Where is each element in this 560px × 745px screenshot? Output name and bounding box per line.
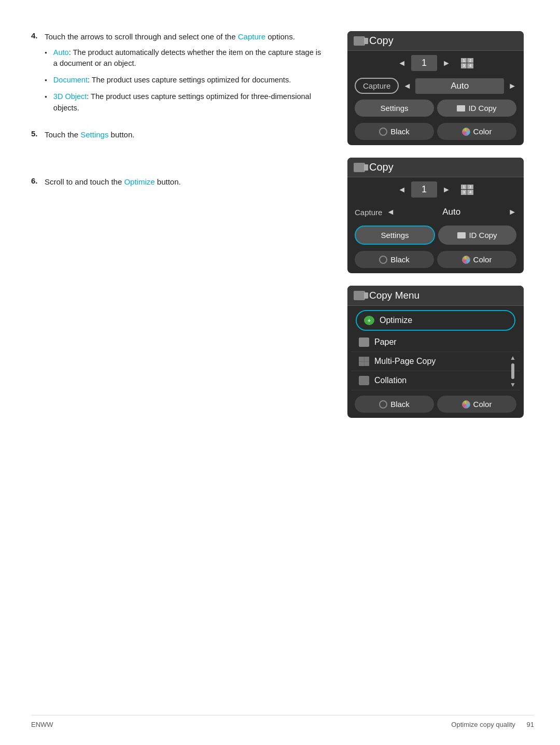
menu-copy-icon (354, 291, 365, 300)
screen2-settings-btn[interactable]: Settings (355, 226, 435, 245)
screen1-id-copy-btn[interactable]: ID Copy (437, 100, 516, 117)
screen2-black-icon (379, 256, 387, 264)
step-5-number: 5. (31, 129, 45, 138)
screen1-capture-row: Capture ◄ Auto ► (347, 75, 524, 96)
step6-highlight: Optimize (124, 177, 155, 186)
screen1-settings-btn[interactable]: Settings (355, 100, 434, 117)
screen1-color-icon (462, 128, 470, 136)
step-5-block: 5. Touch the Settings button. (31, 129, 327, 145)
step-4-number: 4. (31, 31, 45, 40)
screen1-header: Copy (347, 31, 524, 51)
screen2-capture-value: Auto (399, 204, 504, 220)
screen2-color-btn[interactable]: Color (437, 251, 516, 268)
screen1-bottom-row: Black Color (347, 120, 524, 145)
optimize-label: Optimize (380, 316, 412, 325)
screen2-buttons-row: Settings ID Copy (347, 222, 524, 248)
collation-icon (359, 376, 369, 385)
screen2-capture-label: Capture (355, 208, 382, 217)
screen2-grid-icon: 1234 (461, 185, 473, 195)
step4-highlight: Capture (238, 32, 265, 41)
copy-icon-1 (354, 36, 365, 46)
screen1-left-arrow[interactable]: ◄ (398, 59, 406, 68)
paper-label: Paper (374, 338, 397, 347)
menu-item-optimize[interactable]: + Optimize (356, 310, 515, 331)
step-4-bullets: Auto: The product automatically detects … (45, 47, 327, 114)
screen1-black-icon (379, 128, 387, 136)
page-footer: ENWW Optimize copy quality 91 (31, 715, 534, 728)
screen2-color-icon (462, 256, 470, 264)
screen1-capture-value: Auto (415, 78, 504, 94)
screen1-number: 1 (411, 55, 437, 71)
step-6-number: 6. (31, 176, 45, 185)
screen3-title: Copy Menu (369, 290, 419, 301)
document-label: Document (53, 76, 88, 84)
screen1-capture-oval[interactable]: Capture (355, 78, 399, 94)
auto-label: Auto (53, 48, 69, 57)
screen-1: Copy ◄ 1 ► 1234 Capture ◄ Auto ► Se (347, 31, 524, 145)
screen1-color-btn[interactable]: Color (437, 123, 516, 140)
screen2-capture-row: Capture ◄ Auto ► (347, 202, 524, 222)
screen3-black-btn[interactable]: Black (355, 396, 434, 413)
left-column: 4. Touch the arrows to scroll through an… (31, 31, 327, 714)
footer-right: Optimize copy quality 91 (451, 721, 534, 728)
screen2-capture-right[interactable]: ► (508, 207, 516, 217)
screen1-capture-left[interactable]: ◄ (403, 81, 411, 91)
screen2-number-row: ◄ 1 ► 1234 (347, 177, 524, 202)
screen3-color-icon (462, 400, 470, 409)
scroll-up-arrow[interactable]: ▲ (510, 354, 516, 361)
step-4-text: Touch the arrows to scroll through and s… (45, 31, 295, 43)
screen2-id-copy-btn[interactable]: ID Copy (438, 226, 516, 245)
menu-item-paper[interactable]: Paper (352, 333, 520, 352)
menu-item-multipage[interactable]: Multi-Page Copy ▲ ▼ (352, 352, 520, 371)
screen1-grid-icon: 1234 (461, 58, 473, 68)
screen-2: Copy ◄ 1 ► 1234 Capture ◄ Auto ► Setting… (347, 158, 524, 273)
screen2-title: Copy (369, 161, 394, 173)
screen1-capture-right[interactable]: ► (508, 81, 516, 91)
screen1-id-copy-icon (457, 105, 465, 111)
step-6-text: Scroll to and touch the Optimize button. (45, 176, 181, 188)
screen2-capture-left[interactable]: ◄ (386, 207, 395, 217)
bullet-3dobject: 3D Object: The product uses capture sett… (45, 91, 327, 114)
screen3-header: Copy Menu (347, 286, 524, 306)
screen2-bottom-row: Black Color (347, 248, 524, 273)
screen-3: Copy Menu + Optimize Paper (347, 286, 524, 418)
footer-left: ENWW (31, 721, 53, 728)
screen2-left-arrow[interactable]: ◄ (398, 185, 406, 194)
step-6-block: 6. Scroll to and touch the Optimize butt… (31, 176, 327, 192)
collation-label: Collation (374, 376, 407, 385)
screen1-title: Copy (369, 35, 394, 47)
screen1-number-row: ◄ 1 ► 1234 (347, 51, 524, 75)
optimize-icon: + (364, 316, 374, 325)
multipage-label: Multi-Page Copy (374, 357, 436, 366)
screen3-bottom-row: Black Color (347, 392, 524, 418)
screen1-capture-label: Capture (363, 81, 390, 90)
screen2-header: Copy (347, 158, 524, 177)
right-column: Copy ◄ 1 ► 1234 Capture ◄ Auto ► Se (347, 31, 534, 714)
3dobject-label: 3D Object (53, 92, 87, 101)
multipage-icon (359, 357, 369, 366)
screen2-black-btn[interactable]: Black (355, 251, 434, 268)
menu-item-collation[interactable]: Collation (352, 371, 520, 390)
step-4-block: 4. Touch the arrows to scroll through an… (31, 31, 327, 119)
scrollbar[interactable]: ▲ ▼ (510, 352, 515, 371)
bullet-document: Document: The product uses capture setti… (45, 75, 327, 86)
screen3-color-btn[interactable]: Color (437, 396, 516, 413)
copy-icon-2 (354, 163, 365, 172)
screen1-buttons-row: Settings ID Copy (347, 96, 524, 120)
screen1-right-arrow[interactable]: ► (442, 59, 451, 68)
step-5-text: Touch the Settings button. (45, 129, 134, 141)
step5-highlight: Settings (80, 130, 108, 139)
screen1-black-btn[interactable]: Black (355, 123, 434, 140)
screen2-id-copy-icon (457, 232, 466, 238)
screen2-number: 1 (411, 181, 437, 198)
screen2-right-arrow[interactable]: ► (442, 185, 451, 194)
bullet-auto: Auto: The product automatically detects … (45, 47, 327, 70)
screen3-black-icon (379, 400, 387, 409)
paper-icon (359, 338, 369, 347)
